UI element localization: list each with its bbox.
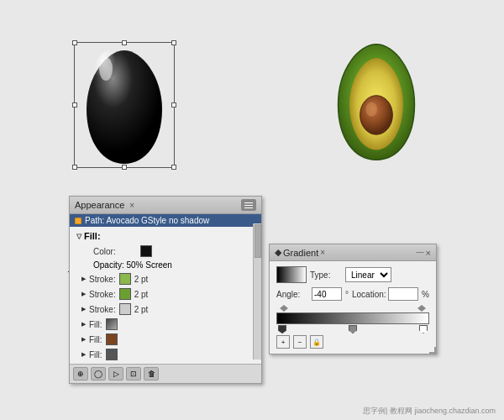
gradient-stop-row: + − 🔒 bbox=[276, 335, 429, 349]
stroke-swatch-3[interactable] bbox=[119, 303, 131, 315]
stop-icon-lock[interactable]: 🔒 bbox=[310, 335, 323, 349]
stroke-row-2: ▶ Stroke: 2 pt bbox=[70, 286, 261, 302]
bottom-icon-1[interactable]: ⊕ bbox=[73, 367, 88, 381]
fill-row-3: ▶ Fill: bbox=[70, 347, 261, 362]
bottom-stop-white[interactable] bbox=[419, 325, 428, 333]
opacity-row: Opacity: 50% Screen bbox=[70, 259, 261, 271]
gradient-panel-title: Gradient bbox=[283, 248, 318, 258]
gradient-pct: % bbox=[422, 290, 429, 299]
gradient-angle-row: Angle: ° Location: % bbox=[276, 287, 429, 301]
appearance-panel-title: Appearance bbox=[75, 200, 124, 210]
appearance-close-x[interactable]: × bbox=[129, 201, 134, 210]
appearance-bottom-bar: ⊕ ◯ ▷ ⊡ 🗑 bbox=[70, 364, 261, 383]
stroke-swatch-1[interactable] bbox=[119, 273, 131, 285]
path-row: Path: Avocado GStyle no shadow bbox=[70, 214, 261, 227]
gradient-location-input[interactable] bbox=[388, 287, 418, 301]
gradient-deg: ° bbox=[345, 290, 349, 299]
svg-point-2 bbox=[360, 96, 392, 134]
fill-swatch-1[interactable] bbox=[106, 318, 118, 330]
top-stop-2[interactable] bbox=[417, 305, 426, 312]
stroke-weight-1: 2 pt bbox=[134, 275, 149, 284]
stroke-label-1: Stroke: bbox=[89, 275, 116, 284]
stroke-label-3: Stroke: bbox=[89, 305, 116, 314]
fill-row-label-2: Fill: bbox=[89, 335, 102, 344]
avocado-black bbox=[74, 42, 175, 168]
fill-swatch-3[interactable] bbox=[106, 349, 118, 360]
gradient-angle-label: Angle: bbox=[276, 290, 308, 299]
svg-point-1 bbox=[99, 57, 113, 81]
stroke-weight-3: 2 pt bbox=[134, 305, 149, 314]
fill-label: Fill: bbox=[84, 231, 101, 241]
stop-icon-add[interactable]: + bbox=[276, 335, 290, 349]
gradient-panel: ◆ Gradient × — × Type: Linear Radial Ang… bbox=[269, 244, 437, 354]
fill-row-label-1: Fill: bbox=[89, 320, 102, 329]
stroke-weight-2: 2 pt bbox=[134, 290, 149, 299]
gradient-close-x[interactable]: × bbox=[320, 248, 325, 257]
gradient-content: Type: Linear Radial Angle: ° Location: % bbox=[270, 261, 436, 354]
bottom-icon-4[interactable]: ⊡ bbox=[126, 367, 141, 381]
gradient-preview bbox=[276, 266, 307, 283]
color-label: Color: bbox=[93, 247, 135, 256]
fill-swatch-2[interactable] bbox=[106, 333, 118, 345]
avocado-black-svg bbox=[74, 42, 175, 168]
bottom-stop-black[interactable] bbox=[278, 325, 286, 333]
gradient-angle-input[interactable] bbox=[312, 287, 342, 301]
appearance-content: ▽ Fill: Color: Opacity: 50% Screen ▶ Str… bbox=[70, 227, 261, 364]
gradient-type-label: Type: bbox=[310, 270, 342, 280]
bottom-icon-5[interactable]: 🗑 bbox=[144, 367, 159, 381]
gradient-diamond: ◆ bbox=[275, 247, 281, 258]
gradient-minimize[interactable]: — bbox=[417, 248, 424, 258]
opacity-label: Opacity: 50% Screen bbox=[93, 260, 172, 270]
stop-icon-remove[interactable]: − bbox=[293, 335, 307, 349]
gradient-location-label: Location: bbox=[352, 290, 385, 299]
stroke-row-3: ▶ Stroke: 2 pt bbox=[70, 302, 261, 317]
color-row: Color: bbox=[70, 244, 261, 259]
appearance-titlebar: Appearance × bbox=[70, 197, 261, 214]
appearance-scrollbar[interactable] bbox=[253, 223, 261, 360]
appearance-panel: Appearance × Path: Avocado GStyle no sha… bbox=[69, 196, 262, 384]
gradient-close[interactable]: × bbox=[426, 248, 431, 258]
gradient-bar[interactable] bbox=[276, 312, 429, 324]
stroke-label-2: Stroke: bbox=[89, 290, 116, 299]
bottom-icon-3[interactable]: ▷ bbox=[108, 367, 123, 381]
stroke-row-1: ▶ Stroke: 2 pt bbox=[70, 271, 261, 286]
color-swatch[interactable] bbox=[140, 245, 152, 257]
fill-row-2: ▶ Fill: bbox=[70, 332, 261, 347]
canvas-area bbox=[0, 0, 504, 193]
path-label: Path: Avocado GStyle no shadow bbox=[85, 216, 209, 225]
top-stop-1[interactable] bbox=[280, 305, 288, 312]
bottom-stop-mid[interactable] bbox=[349, 325, 357, 333]
fill-row-label-3: Fill: bbox=[89, 350, 102, 360]
svg-point-3 bbox=[365, 102, 377, 116]
bottom-icon-2[interactable]: ◯ bbox=[91, 367, 106, 381]
path-dot bbox=[75, 218, 81, 224]
stroke-swatch-2[interactable] bbox=[119, 288, 131, 300]
gradient-titlebar: ◆ Gradient × — × bbox=[270, 244, 436, 261]
watermark-bottom: 思字例| 教程网 jiaocheng.chazdian.com bbox=[363, 406, 496, 417]
gradient-type-row: Type: Linear Radial bbox=[276, 266, 429, 283]
avocado-color bbox=[322, 38, 431, 164]
gradient-type-select[interactable]: Linear Radial bbox=[345, 267, 391, 282]
scrollbar-thumb[interactable] bbox=[255, 224, 261, 258]
avocado-color-svg bbox=[322, 38, 431, 164]
appearance-menu-icon[interactable] bbox=[241, 199, 256, 211]
fill-row-1: ▶ Fill: bbox=[70, 317, 261, 332]
gradient-bar-container bbox=[276, 305, 429, 333]
fill-triangle: ▽ bbox=[76, 233, 81, 240]
gradient-resize-handle[interactable] bbox=[429, 347, 436, 354]
fill-header[interactable]: ▽ Fill: bbox=[70, 228, 261, 244]
